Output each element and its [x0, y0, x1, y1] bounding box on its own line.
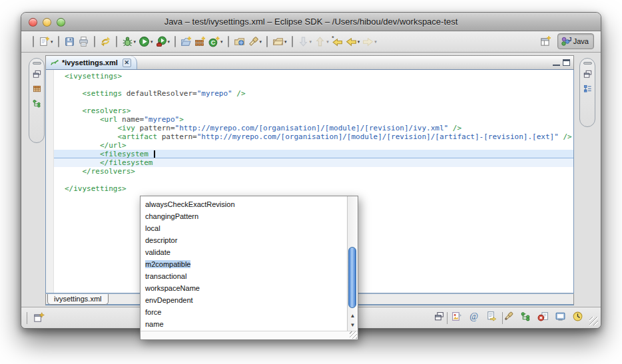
run-button[interactable]: ▾	[137, 33, 155, 51]
tab-ivysettings-xml[interactable]: *ivysettings.xml ✕	[46, 56, 137, 69]
at-sign-view-icon[interactable]: @	[468, 311, 479, 322]
dropdown-arrow-icon[interactable]: ▾	[358, 39, 360, 45]
progress-view-icon[interactable]	[572, 311, 583, 322]
main-toolbar: ▾▾▾▾C▾▾▾▾▾*▾▾ J Java	[21, 31, 601, 53]
annotation-ruler[interactable]	[46, 70, 54, 293]
scroll-up-icon[interactable]: ▲	[348, 311, 358, 321]
minimize-editor-icon[interactable]	[553, 60, 560, 66]
close-window-button[interactable]	[29, 18, 37, 27]
scroll-down-icon[interactable]: ▼	[348, 321, 358, 330]
dropdown-arrow-icon[interactable]: ▾	[134, 39, 137, 45]
run-external-tools-button[interactable]: ▾	[155, 33, 172, 51]
code-line: <artifact pattern="http://myrepo.com/[or…	[54, 132, 573, 141]
dropdown-arrow-icon[interactable]: ▾	[151, 39, 153, 45]
print-button[interactable]	[77, 33, 91, 51]
forward-button: ▾	[361, 33, 378, 51]
open-perspective-button[interactable]	[537, 33, 553, 49]
trim-drag-handle[interactable]	[583, 62, 592, 65]
new-wizard-button[interactable]: ▾	[37, 33, 55, 51]
code-line: <url name="myrepo">	[54, 115, 573, 124]
open-type-icon	[234, 36, 245, 47]
toolbar-separator	[174, 36, 176, 47]
build-all-icon	[100, 36, 111, 47]
open-perspective-icon	[539, 35, 551, 47]
minimize-window-button[interactable]	[43, 18, 51, 27]
restore-views-icon[interactable]	[434, 311, 445, 322]
open-resource-button[interactable]: ▾	[271, 33, 288, 51]
zoom-window-button[interactable]	[57, 18, 65, 27]
new-java-project-icon	[180, 36, 192, 47]
open-resource-icon	[272, 36, 284, 47]
new-class-button[interactable]: C▾	[207, 33, 224, 51]
table-view-icon[interactable]	[32, 84, 42, 94]
next-annotation-icon	[298, 36, 309, 47]
autocomplete-item[interactable]: m2compatible	[141, 258, 347, 270]
run-external-tools-icon	[156, 36, 167, 47]
search-button[interactable]: ▾	[246, 33, 264, 51]
document-export-view-icon[interactable]	[485, 311, 497, 322]
toolbar-items: ▾▾▾▾C▾▾▾▾▾*▾▾	[29, 31, 378, 52]
maximize-editor-icon[interactable]	[563, 59, 570, 66]
tree-view-icon[interactable]	[32, 98, 42, 108]
autocomplete-item[interactable]: changingPattern	[141, 210, 347, 222]
search-icon	[248, 36, 259, 47]
build-all-button[interactable]	[99, 33, 113, 51]
dropdown-arrow-icon: ▾	[310, 39, 312, 45]
dropdown-arrow-icon[interactable]: ▾	[220, 39, 223, 45]
back-button[interactable]: ▾	[344, 33, 362, 51]
autocomplete-item[interactable]: transactional	[141, 270, 347, 282]
restore-views-icon[interactable]	[32, 69, 42, 79]
last-edit-location-button[interactable]: *	[330, 33, 344, 51]
popup-resize-grip[interactable]	[350, 331, 357, 339]
picture-view-icon[interactable]	[451, 311, 462, 322]
restore-views-icon[interactable]	[583, 69, 593, 79]
error-document-view-icon[interactable]	[537, 311, 549, 322]
window-resize-grip[interactable]	[589, 317, 598, 325]
paintbrush-view-icon[interactable]	[503, 311, 514, 322]
new-class-icon: C	[208, 36, 220, 47]
java-perspective-button[interactable]: J Java	[557, 33, 594, 49]
autocomplete-item[interactable]: local	[141, 222, 347, 234]
autocomplete-item[interactable]: alwaysCheckExactRevision	[141, 198, 347, 210]
close-icon[interactable]: ✕	[123, 59, 131, 67]
outline-view-icon[interactable]	[583, 84, 593, 94]
dropdown-arrow-icon[interactable]: ▾	[284, 39, 287, 45]
dropdown-arrow-icon[interactable]: ▾	[168, 39, 170, 45]
perspective-switcher: J Java	[537, 33, 594, 49]
bottom-tab-ivysettings[interactable]: ivysettings.xml	[47, 294, 109, 305]
code-line: </resolvers>	[54, 167, 573, 176]
new-package-icon	[194, 36, 206, 47]
code-line: <settings defaultResolver="myrepo" />	[54, 89, 573, 98]
autocomplete-item[interactable]: force	[141, 306, 347, 318]
toolbar-separator	[94, 36, 95, 47]
minimized-views-tray: @	[434, 311, 583, 322]
save-button[interactable]	[63, 33, 77, 51]
debug-button[interactable]: ▾	[121, 33, 138, 51]
toolbar-separator	[116, 36, 117, 47]
dropdown-arrow-icon[interactable]: ▾	[51, 39, 53, 45]
autocomplete-item[interactable]: descriptor	[141, 234, 347, 246]
new-java-project-button[interactable]	[179, 33, 193, 51]
trim-drag-handle[interactable]	[33, 62, 41, 65]
autocomplete-item[interactable]: name	[141, 318, 347, 330]
autocomplete-item[interactable]: validate	[141, 246, 347, 258]
code-line: </ivysettings>	[54, 184, 573, 193]
autocomplete-item[interactable]: envDependent	[141, 294, 347, 306]
code-line: <filesystem	[54, 150, 573, 158]
fast-view-icon[interactable]	[33, 311, 45, 323]
tree-nodes-view-icon[interactable]	[520, 311, 531, 322]
popup-footer	[141, 331, 358, 339]
toolbar-separator	[33, 36, 34, 47]
left-view-trim	[29, 58, 45, 143]
traffic-lights	[29, 18, 65, 27]
autocomplete-item[interactable]: workspaceName	[141, 282, 347, 294]
scrollbar-thumb[interactable]	[348, 247, 356, 308]
popup-scrollbar[interactable]: ▲ ▼	[347, 196, 358, 331]
open-type-button[interactable]	[232, 33, 246, 51]
title-bar[interactable]: Java – test/ivysettings.xml – Eclipse SD…	[21, 13, 601, 31]
console-view-icon[interactable]	[555, 311, 566, 322]
autocomplete-popup: alwaysCheckExactRevisionchangingPatternl…	[140, 196, 358, 340]
new-package-button[interactable]	[193, 33, 207, 51]
code-line: </filesystem	[54, 158, 573, 167]
dropdown-arrow-icon[interactable]: ▾	[260, 39, 262, 45]
